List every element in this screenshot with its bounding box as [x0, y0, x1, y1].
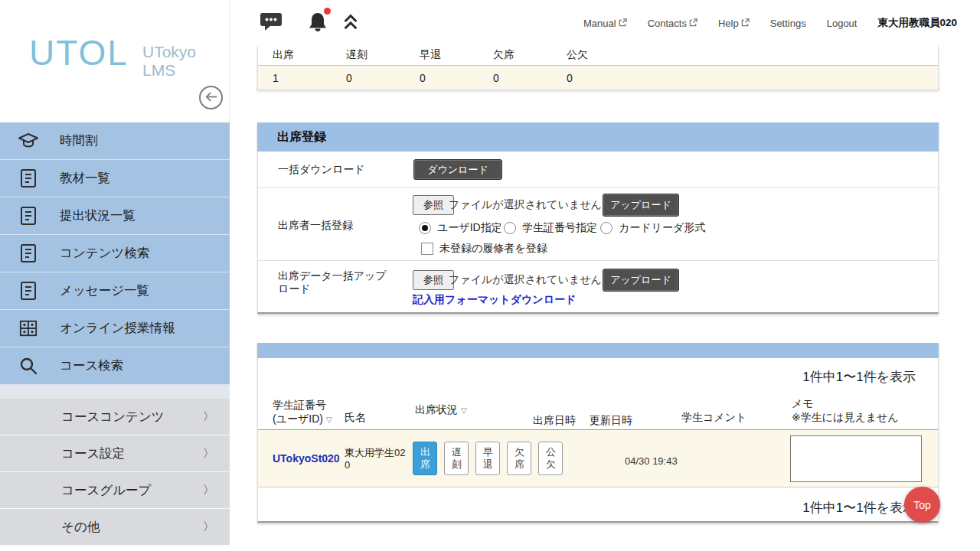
- table-header-row: 学生証番号 (ユーザID) ▽ 氏名 出席状況 ▽ 出席日時 更新日時 学生コメ…: [258, 390, 938, 430]
- attendance-datetime: 04/30 19:43: [625, 455, 678, 467]
- manual-link[interactable]: Manual: [583, 18, 627, 29]
- external-link-icon: [741, 18, 750, 29]
- sidebar-item-content-search[interactable]: コンテンツ検索: [0, 235, 230, 272]
- logout-link[interactable]: Logout: [827, 18, 858, 29]
- online-class-icon: [15, 317, 41, 340]
- notification-badge: [324, 8, 331, 15]
- sidebar-item-course-search[interactable]: コース検索: [0, 347, 230, 385]
- radio-student-card-number[interactable]: 学生証番号指定: [504, 221, 597, 235]
- summary-header: 欠席: [493, 47, 514, 61]
- table-toolbar: [257, 343, 939, 358]
- row-label: 出席データ一括アップロード: [278, 269, 393, 295]
- status-present-button[interactable]: 出席: [413, 442, 437, 475]
- column-status[interactable]: 出席状況 ▽: [415, 403, 467, 418]
- checkbox-icon: [421, 243, 433, 255]
- radio-checked-icon: [419, 222, 431, 234]
- sidebar-item-label: 時間割: [60, 132, 98, 149]
- status-early-leave-button[interactable]: 早退: [475, 442, 500, 475]
- sidebar-item-course-group[interactable]: コースグループ 〉: [0, 472, 230, 509]
- student-id-link[interactable]: UTokyoSt020: [273, 452, 340, 465]
- status-excused-button[interactable]: 公欠: [538, 442, 563, 475]
- row-label: 出席者一括登録: [278, 219, 353, 233]
- download-button[interactable]: ダウンロード: [413, 159, 502, 180]
- table-row: UTokyoSt020 東大用学生020 出席 遅刻 早退 欠席 公欠 04/3…: [258, 430, 938, 487]
- summary-value: 0: [567, 71, 573, 85]
- attendee-bulk-row: 出席者一括登録 参照 ファイルが選択されていません。 アップロード ユーザID指…: [258, 187, 938, 260]
- sidebar-collapse-button[interactable]: [199, 86, 223, 109]
- summary-header: 出席: [273, 47, 294, 61]
- sidebar-item-others[interactable]: その他 〉: [0, 509, 230, 546]
- student-name: 東大用学生020: [345, 447, 407, 471]
- sidebar: UTOL UTokyo LMS 時間割 教材一覧: [0, 0, 230, 551]
- sidebar-divider: [0, 385, 230, 399]
- sidebar-item-label: オンライン授業情報: [60, 320, 175, 337]
- messages-icon: [15, 279, 41, 302]
- row-label: 一括ダウンロード: [278, 163, 365, 177]
- column-attendance-time: 出席日時: [533, 413, 576, 427]
- column-name: 氏名: [345, 410, 366, 424]
- external-link-icon: [689, 18, 697, 29]
- browse-button[interactable]: 参照: [413, 195, 454, 215]
- sort-icon[interactable]: ▽: [326, 416, 332, 424]
- attendance-summary-table: 出席 遅刻 早退 欠席 公欠 1 0 0 0 0: [257, 46, 939, 90]
- main-content: 出席 遅刻 早退 欠席 公欠 1 0 0 0 0 出席登録 一括ダウンロード ダ…: [257, 46, 939, 551]
- utol-logo-subtitle: UTokyo LMS: [142, 43, 196, 80]
- topbar: Manual Contacts Help Se: [230, 0, 980, 46]
- content-search-icon: [15, 242, 41, 265]
- summary-header: 早退: [420, 47, 441, 61]
- radio-card-reader[interactable]: カードリーダ形式: [600, 221, 705, 235]
- help-link[interactable]: Help: [718, 18, 750, 29]
- column-student-comment: 学生コメント: [681, 410, 746, 424]
- logo-area: UTOL UTokyo LMS: [0, 0, 230, 122]
- back-arrow-icon: [205, 91, 217, 105]
- submissions-icon: [15, 204, 41, 227]
- status-late-button[interactable]: 遅刻: [444, 442, 469, 475]
- sidebar-item-course-settings[interactable]: コース設定 〉: [0, 435, 230, 472]
- sidebar-item-online-class[interactable]: オンライン授業情報: [0, 310, 230, 347]
- chevron-right-icon: 〉: [203, 446, 214, 461]
- bulk-download-row: 一括ダウンロード ダウンロード: [258, 152, 938, 187]
- sidebar-item-label: コース検索: [60, 357, 123, 374]
- sidebar-item-label: コンテンツ検索: [60, 245, 149, 262]
- summary-header: 公欠: [567, 47, 588, 61]
- status-button-group: 出席 遅刻 早退 欠席 公欠: [413, 442, 563, 475]
- register-unenrolled-checkbox[interactable]: 未登録の履修者を登録: [421, 242, 547, 256]
- utol-logo: UTOL: [29, 32, 129, 73]
- chevron-right-icon: 〉: [203, 520, 214, 534]
- summary-value: 0: [493, 71, 499, 85]
- collapse-up-icon[interactable]: [341, 13, 360, 34]
- sidebar-item-course-contents[interactable]: コースコンテンツ 〉: [0, 399, 230, 435]
- chevron-right-icon: 〉: [203, 409, 214, 424]
- data-bulk-upload-row: 出席データ一括アップロード 参照 ファイルが選択されていません。 アップロード …: [258, 260, 938, 314]
- radio-user-id[interactable]: ユーザID指定: [419, 221, 502, 235]
- settings-link[interactable]: Settings: [770, 18, 806, 29]
- summary-value: 0: [346, 71, 352, 85]
- no-file-text: ファイルが選択されていません。: [449, 198, 612, 212]
- scroll-to-top-button[interactable]: Top: [904, 487, 940, 523]
- sidebar-item-timetable[interactable]: 時間割: [0, 122, 230, 160]
- sidebar-item-materials[interactable]: 教材一覧: [0, 160, 230, 197]
- status-absent-button[interactable]: 欠席: [507, 442, 531, 475]
- summary-header: 遅刻: [346, 47, 368, 61]
- sidebar-item-submissions[interactable]: 提出状況一覧: [0, 197, 230, 235]
- notification-bell-icon[interactable]: [306, 11, 329, 37]
- materials-icon: [15, 167, 41, 190]
- sidebar-item-messages[interactable]: メッセージ一覧: [0, 272, 230, 310]
- column-student-id[interactable]: 学生証番号 (ユーザID) ▽: [273, 398, 332, 427]
- student-attendance-panel: 1件中1〜1件を表示 学生証番号 (ユーザID) ▽ 氏名 出席状況 ▽ 出席日…: [257, 343, 939, 523]
- attendance-register-panel: 出席登録 一括ダウンロード ダウンロード 出席者一括登録 参照 ファイルが選択さ…: [257, 122, 939, 314]
- sidebar-item-label: 教材一覧: [60, 170, 110, 187]
- external-link-icon: [619, 18, 627, 29]
- browse-button[interactable]: 参照: [413, 270, 454, 290]
- chat-icon[interactable]: [259, 11, 283, 35]
- result-count-top: 1件中1〜1件を表示: [258, 368, 938, 386]
- upload-button[interactable]: アップロード: [603, 269, 679, 292]
- upload-button[interactable]: アップロード: [603, 194, 679, 217]
- sort-icon[interactable]: ▽: [461, 406, 467, 415]
- contacts-link[interactable]: Contacts: [648, 18, 697, 29]
- memo-textarea[interactable]: [790, 435, 922, 482]
- radio-unchecked-icon: [600, 222, 612, 234]
- format-download-link[interactable]: 記入用フォーマットダウンロード: [413, 293, 576, 307]
- no-file-text: ファイルが選択されていません。: [449, 273, 612, 287]
- topbar-links: Manual Contacts Help Se: [583, 0, 957, 46]
